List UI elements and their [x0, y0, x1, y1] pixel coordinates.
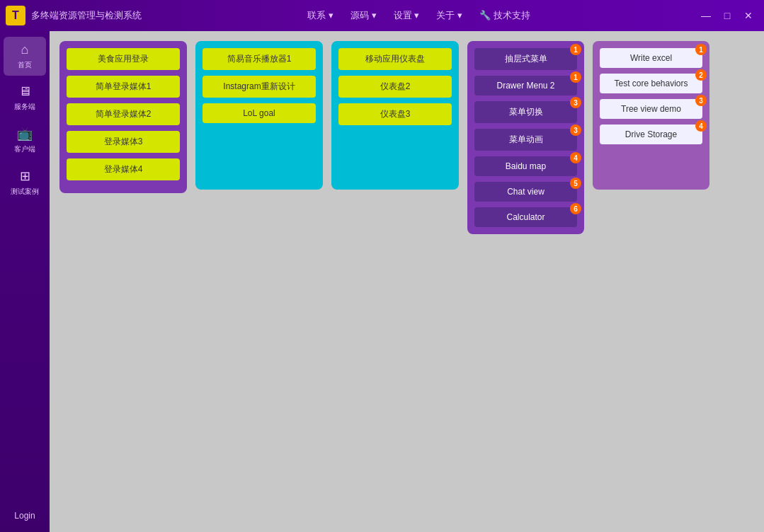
- badge-calculator: 6: [570, 203, 581, 214]
- minimize-button[interactable]: —: [696, 6, 716, 25]
- sidebar-label-server: 服务端: [14, 102, 35, 112]
- btn-drive-storage[interactable]: Drive Storage 4: [600, 125, 702, 144]
- sidebar-label-home: 首页: [18, 60, 32, 70]
- app-title: 多终端资源管理与检测系统: [31, 9, 142, 22]
- login-button[interactable]: Login: [4, 505, 46, 526]
- test-icon: ⊞: [20, 168, 30, 184]
- sidebar-label-client: 客户端: [14, 144, 35, 154]
- sidebar-bottom: Login: [4, 505, 46, 526]
- client-icon: 📺: [17, 126, 33, 141]
- btn-menu-switch[interactable]: 菜单切换 3: [474, 101, 577, 123]
- badge-drive-storage: 4: [695, 120, 707, 132]
- menu-support[interactable]: 🔧 技术支持: [472, 6, 537, 25]
- panel-menu: 抽层式菜单 1 Drawer Menu 2 1 菜单切换 3 菜单动画 3 Ba…: [467, 41, 584, 234]
- badge-menu-switch: 3: [570, 97, 581, 108]
- btn-login4[interactable]: 登录媒体4: [67, 158, 180, 180]
- btn-popup-menu[interactable]: 抽层式菜单 1: [474, 48, 577, 70]
- title-bar: T 多终端资源管理与检测系统 联系 ▾ 源码 ▾ 设置 ▾ 关于 ▾ 🔧 技术支…: [0, 0, 764, 31]
- badge-drawer-menu2: 1: [570, 71, 581, 83]
- badge-tree-view: 3: [695, 95, 707, 106]
- badge-popup-menu: 1: [570, 44, 581, 55]
- badge-baidu-map: 4: [570, 152, 581, 163]
- btn-lol-goal[interactable]: LoL goal: [203, 103, 316, 123]
- sidebar-label-test: 测试案例: [11, 187, 39, 197]
- close-button[interactable]: ✕: [739, 6, 758, 25]
- panel-apps: 简易音乐播放器1 Instagram重新设计 LoL goal: [195, 41, 323, 190]
- btn-music-player[interactable]: 简易音乐播放器1: [203, 48, 316, 70]
- menu-yuanma[interactable]: 源码 ▾: [343, 6, 384, 25]
- sidebar-item-home[interactable]: ⌂ 首页: [4, 37, 46, 76]
- home-icon: ⌂: [21, 42, 29, 57]
- panel-tools: Write excel 1 Test core behaviors 2 Tree…: [593, 41, 709, 190]
- panel-dashboard: 移动应用仪表盘 仪表盘2 仪表盘3: [331, 41, 459, 190]
- btn-test-core-behaviors[interactable]: Test core behaviors 2: [600, 74, 702, 93]
- menu-lianxi[interactable]: 联系 ▾: [300, 6, 341, 25]
- btn-menu-anim[interactable]: 菜单动画 3: [474, 129, 577, 151]
- btn-dashboard2[interactable]: 仪表盘2: [338, 76, 452, 98]
- btn-tree-view-demo[interactable]: Tree view demo 3: [600, 99, 702, 119]
- badge-test-core: 2: [695, 69, 707, 81]
- sidebar: ⌂ 首页 🖥 服务端 📺 客户端 ⊞ 测试案例 Login: [0, 31, 50, 532]
- btn-baidu-map[interactable]: Baidu map 4: [474, 156, 577, 176]
- title-bar-controls: — □ ✕: [696, 6, 758, 25]
- main-layout: ⌂ 首页 🖥 服务端 📺 客户端 ⊞ 测试案例 Login 美食应用登录 简单登…: [0, 31, 764, 532]
- btn-simple-login2[interactable]: 简单登录媒体2: [67, 103, 180, 125]
- menu-shezhi[interactable]: 设置 ▾: [387, 6, 427, 25]
- app-logo: T: [6, 6, 25, 25]
- badge-menu-anim: 3: [570, 125, 581, 136]
- btn-calculator[interactable]: Calculator 6: [474, 207, 577, 227]
- btn-write-excel[interactable]: Write excel 1: [600, 48, 702, 68]
- badge-write-excel: 1: [695, 44, 707, 55]
- badge-chat-view: 5: [570, 178, 581, 189]
- btn-mobile-dashboard[interactable]: 移动应用仪表盘: [338, 48, 452, 70]
- title-bar-menu: 联系 ▾ 源码 ▾ 设置 ▾ 关于 ▾ 🔧 技术支持: [300, 6, 537, 25]
- menu-guanyu[interactable]: 关于 ▾: [429, 6, 469, 25]
- content-area: 美食应用登录 简单登录媒体1 简单登录媒体2 登录媒体3 登录媒体4 简易音乐播…: [50, 31, 764, 532]
- btn-instagram[interactable]: Instagram重新设计: [203, 76, 316, 98]
- sidebar-item-server[interactable]: 🖥 服务端: [4, 79, 46, 117]
- sidebar-item-test[interactable]: ⊞ 测试案例: [4, 163, 46, 202]
- server-icon: 🖥: [18, 84, 31, 99]
- maximize-button[interactable]: □: [717, 6, 737, 25]
- btn-simple-login1[interactable]: 简单登录媒体1: [67, 76, 180, 98]
- btn-dashboard3[interactable]: 仪表盘3: [338, 103, 452, 125]
- panel-login: 美食应用登录 简单登录媒体1 简单登录媒体2 登录媒体3 登录媒体4: [59, 41, 187, 193]
- btn-login3[interactable]: 登录媒体3: [67, 131, 180, 153]
- btn-drawer-menu2[interactable]: Drawer Menu 2 1: [474, 76, 577, 96]
- btn-chat-view[interactable]: Chat view 5: [474, 182, 577, 202]
- title-bar-left: T 多终端资源管理与检测系统: [6, 6, 142, 25]
- sidebar-item-client[interactable]: 📺 客户端: [4, 120, 46, 160]
- btn-food-login[interactable]: 美食应用登录: [67, 48, 180, 70]
